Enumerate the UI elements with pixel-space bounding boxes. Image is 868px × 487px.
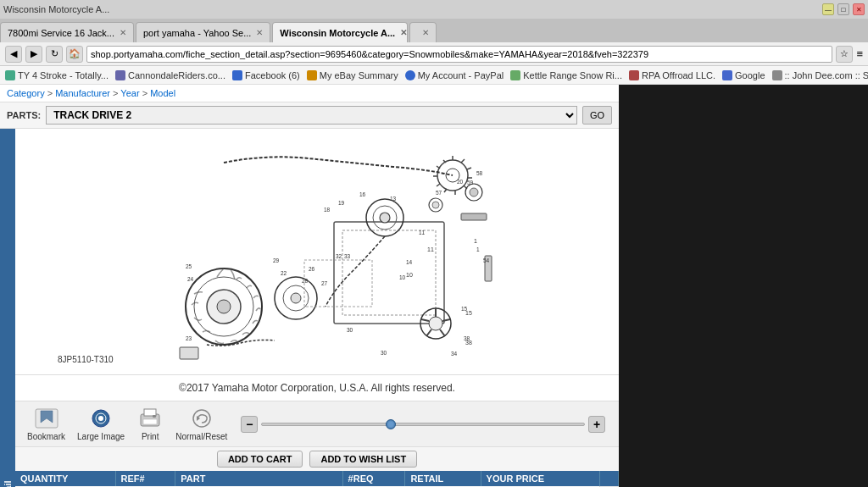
- zoom-track[interactable]: [261, 423, 585, 426]
- bookmark-8[interactable]: Google: [722, 70, 765, 80]
- breadcrumb: Category > Manufacturer > Year > Model: [0, 85, 619, 102]
- tab-2-close[interactable]: ✕: [256, 28, 263, 37]
- bookmark-4[interactable]: My eBay Summary: [307, 70, 398, 80]
- tabs-bar: 7800mi Service 16 Jack... ✕ port yamaha …: [0, 19, 868, 42]
- nav-bar: ◀ ▶ ↻ 🏠 ☆ ≡: [0, 42, 868, 66]
- svg-rect-83: [153, 415, 156, 418]
- bookmark-button[interactable]: Bookmark: [22, 405, 70, 443]
- tab-1[interactable]: 7800mi Service 16 Jack... ✕: [0, 22, 134, 42]
- address-bar[interactable]: [86, 46, 832, 63]
- print-button[interactable]: Print: [131, 405, 169, 443]
- add-to-wish-list-button[interactable]: ADD TO WISH LIST: [309, 451, 417, 468]
- bookmark-6[interactable]: Kettle Range Snow Ri...: [510, 70, 622, 80]
- breadcrumb-year[interactable]: Year: [120, 88, 139, 98]
- bookmark-6-icon: [510, 70, 520, 80]
- parts-header: PARTS: TRACK DRIVE 2 GO: [0, 102, 619, 129]
- main-container: Category > Manufacturer > Year > Model P…: [0, 85, 619, 487]
- svg-text:29: 29: [273, 257, 280, 263]
- large-image-button[interactable]: Large Image: [72, 405, 130, 443]
- tab-4[interactable]: ✕: [409, 22, 437, 42]
- bookmark-3[interactable]: Facebook (6): [232, 70, 300, 80]
- bookmark-9[interactable]: :: John Dee.com :: Sn...: [772, 70, 868, 80]
- svg-text:23: 23: [186, 335, 192, 341]
- bookmark-star[interactable]: ☆: [836, 46, 853, 63]
- svg-text:25: 25: [186, 263, 192, 269]
- parts-label: PARTS:: [7, 110, 41, 120]
- large-image-label: Large Image: [77, 432, 125, 441]
- zoom-plus-button[interactable]: +: [588, 416, 605, 433]
- print-icon: [136, 407, 164, 430]
- svg-text:10: 10: [399, 274, 406, 280]
- svg-text:26: 26: [309, 266, 315, 272]
- tab-2[interactable]: port yamaha - Yahoo Se... ✕: [136, 22, 270, 42]
- svg-rect-81: [143, 419, 157, 424]
- breadcrumb-model[interactable]: Model: [150, 88, 175, 98]
- svg-text:11: 11: [427, 246, 434, 252]
- col-quantity: QUANTITY: [15, 471, 115, 486]
- minimize-button[interactable]: —: [822, 3, 834, 15]
- svg-text:13: 13: [390, 196, 397, 202]
- col-your-price: YOUR PRICE: [481, 471, 599, 486]
- tab-3-label: Wisconsin Motorcycle A...: [280, 28, 395, 38]
- col-part: PART: [175, 471, 342, 486]
- svg-text:24: 24: [187, 276, 194, 282]
- svg-rect-26: [461, 213, 487, 220]
- svg-text:27: 27: [321, 280, 328, 286]
- window-controls: — □ ✕: [822, 3, 865, 15]
- zoom-minus-button[interactable]: −: [241, 416, 258, 433]
- tab-3[interactable]: Wisconsin Motorcycle A... ✕: [272, 22, 408, 42]
- bookmark-2-icon: [115, 70, 125, 80]
- normal-reset-button[interactable]: Normal/Reset: [170, 405, 232, 443]
- bookmark-5[interactable]: My Account - PayPal: [405, 70, 504, 80]
- svg-point-84: [193, 410, 210, 427]
- col-ref: REF#: [115, 471, 175, 486]
- add-to-cart-button[interactable]: ADD TO CART: [217, 451, 303, 468]
- forward-button[interactable]: ▶: [25, 46, 42, 63]
- page-content: Category > Manufacturer > Year > Model P…: [0, 85, 868, 487]
- svg-text:30: 30: [347, 327, 353, 333]
- col-scroll: [599, 471, 618, 486]
- svg-text:38: 38: [464, 335, 470, 341]
- menu-button[interactable]: ≡: [856, 47, 863, 60]
- back-button[interactable]: ◀: [5, 46, 22, 63]
- bookmark-3-label: Facebook (6): [245, 70, 300, 80]
- bookmark-1-label: TY 4 Stroke - Totally...: [18, 70, 108, 80]
- bookmark-2[interactable]: CannondaleRiders.co...: [115, 70, 225, 80]
- tab-3-close[interactable]: ✕: [400, 28, 407, 37]
- tab-1-close[interactable]: ✕: [120, 28, 126, 37]
- svg-point-30: [470, 188, 478, 196]
- svg-point-25: [380, 213, 390, 223]
- close-button[interactable]: ✕: [853, 3, 865, 15]
- svg-text:18: 18: [324, 207, 331, 213]
- svg-point-79: [98, 416, 103, 421]
- home-button[interactable]: 🏠: [66, 46, 83, 63]
- svg-text:1: 1: [476, 246, 480, 252]
- bookmark-7[interactable]: RPA Offroad LLC.: [629, 70, 715, 80]
- breadcrumb-category[interactable]: Category: [7, 88, 45, 98]
- maximize-button[interactable]: □: [837, 3, 849, 15]
- col-retail: RETAIL: [405, 471, 481, 486]
- zoom-slider: − +: [234, 416, 612, 433]
- svg-point-28: [432, 202, 439, 208]
- svg-text:20: 20: [457, 179, 464, 185]
- svg-text:14: 14: [406, 259, 413, 265]
- bookmark-4-label: My eBay Summary: [320, 70, 398, 80]
- breadcrumb-manufacturer[interactable]: Manufacturer: [55, 88, 110, 98]
- right-dark-area: [619, 85, 868, 487]
- refresh-button[interactable]: ↻: [46, 46, 63, 63]
- bookmark-1[interactable]: TY 4 Stroke - Totally...: [5, 70, 108, 80]
- svg-rect-75: [180, 347, 198, 359]
- part-number-label: 8JP5110-T310: [58, 355, 114, 364]
- svg-text:11: 11: [419, 230, 426, 235]
- bookmark-9-label: :: John Dee.com :: Sn...: [785, 70, 868, 80]
- tab-4-close[interactable]: ✕: [422, 28, 429, 37]
- zoom-thumb[interactable]: [386, 419, 396, 429]
- title-bar: Wisconsin Motorcycle A... — □ ✕: [0, 0, 868, 19]
- parts-select[interactable]: TRACK DRIVE 2: [46, 106, 577, 125]
- col-req: #REQ: [342, 471, 405, 486]
- normal-reset-label: Normal/Reset: [175, 432, 227, 441]
- normal-reset-icon: [188, 407, 215, 430]
- parts-go-button[interactable]: GO: [582, 106, 612, 125]
- tab-2-label: port yamaha - Yahoo Se...: [143, 28, 251, 38]
- svg-point-22: [291, 293, 301, 303]
